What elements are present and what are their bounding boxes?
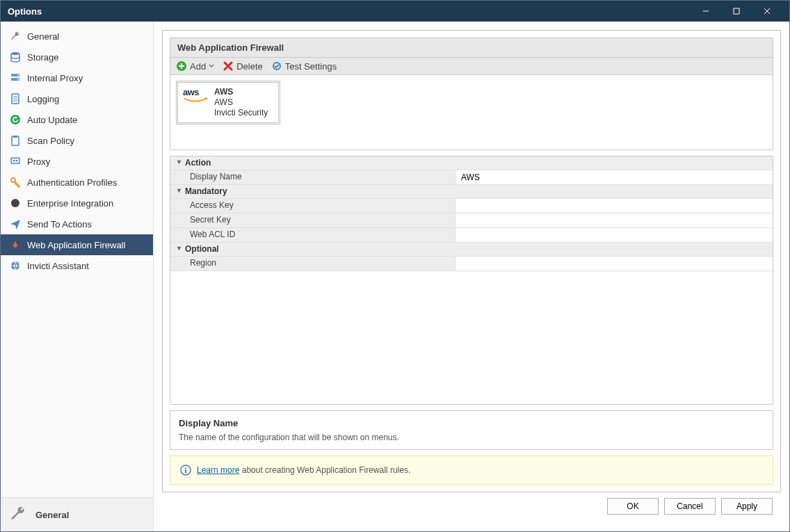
description-title: Display Name: [179, 418, 764, 428]
learn-more-link[interactable]: Learn more: [197, 465, 239, 475]
svg-rect-26: [185, 469, 186, 473]
sidebar-item-assistant[interactable]: Invicti Assistant: [1, 255, 153, 276]
sidebar-item-internal-proxy[interactable]: Internal Proxy: [1, 67, 153, 88]
sidebar-item-label: Invicti Assistant: [27, 261, 89, 271]
property-grid: Action Display Name Mandatory Access Key…: [170, 156, 773, 405]
firewall-icon: [9, 239, 22, 251]
sidebar-item-auto-update[interactable]: Auto Update: [1, 109, 153, 130]
test-settings-button[interactable]: Test Settings: [271, 61, 337, 72]
info-bar: Learn more about creating Web Applicatio…: [170, 456, 773, 485]
ok-button[interactable]: OK: [607, 498, 659, 515]
svg-point-20: [11, 199, 19, 207]
content-area: Web Application Firewall Add Delete: [154, 22, 789, 531]
svg-point-18: [16, 160, 18, 162]
sidebar-item-scan-policy[interactable]: Scan Policy: [1, 130, 153, 151]
clipboard-icon: [9, 134, 22, 147]
sidebar-item-label: Proxy: [27, 156, 50, 167]
document-icon: [9, 92, 22, 105]
sidebar-item-label: Authentication Profiles: [27, 177, 117, 188]
plus-icon: [176, 61, 187, 72]
panel-title: Web Application Firewall: [170, 38, 773, 58]
sidebar-item-proxy[interactable]: Proxy: [1, 151, 153, 172]
sidebar-item-label: Auto Update: [27, 115, 77, 125]
sidebar-item-enterprise[interactable]: Enterprise Integration: [1, 193, 153, 213]
prop-row-display-name: Display Name: [170, 170, 773, 185]
sidebar-item-auth-profiles[interactable]: Authentication Profiles: [1, 172, 153, 193]
sidebar-item-label: Logging: [27, 94, 59, 104]
window-title: Options: [8, 6, 691, 17]
sidebar-item-waf[interactable]: Web Application Firewall: [1, 234, 153, 255]
add-button[interactable]: Add: [176, 61, 214, 72]
sidebar-item-label: Enterprise Integration: [27, 198, 113, 209]
card-type: AWS: [214, 97, 268, 108]
database-icon: [9, 51, 22, 63]
apply-button[interactable]: Apply: [721, 498, 773, 515]
key-icon: [9, 176, 22, 188]
svg-point-25: [185, 467, 186, 469]
profile-list: aws AWS AWS Invicti Security: [170, 75, 773, 150]
sidebar-item-general[interactable]: General: [1, 26, 153, 47]
svg-point-4: [11, 52, 19, 55]
circle-icon: [9, 197, 22, 209]
minimize-button[interactable]: [691, 1, 721, 22]
prop-row-secret-key: Secret Key: [170, 213, 773, 228]
description-text: The name of the configuration that will …: [179, 433, 764, 442]
sidebar-list: General Storage Internal Proxy: [1, 22, 153, 497]
sidebar-item-label: Internal Proxy: [27, 73, 83, 83]
globe-icon: [9, 259, 22, 272]
aws-logo-icon: aws: [182, 87, 209, 102]
display-name-input[interactable]: [460, 172, 768, 183]
wrench-icon: [9, 505, 29, 524]
svg-point-17: [13, 160, 15, 162]
gear-check-icon: [271, 61, 282, 72]
info-icon: [180, 465, 191, 476]
delete-button[interactable]: Delete: [223, 61, 263, 72]
profile-card-aws[interactable]: aws AWS AWS Invicti Security: [176, 81, 280, 124]
server-icon: [9, 72, 22, 84]
svg-rect-1: [734, 8, 739, 14]
refresh-icon: [9, 113, 22, 126]
options-window: Options General: [0, 0, 790, 532]
sidebar-footer-label: General: [35, 510, 69, 520]
dialog-footer: OK Cancel Apply: [162, 492, 781, 523]
prop-group-action[interactable]: Action: [170, 156, 773, 170]
network-icon: [9, 155, 22, 168]
sidebar-footer[interactable]: General: [1, 497, 153, 531]
titlebar: Options: [1, 1, 789, 22]
send-icon: [9, 218, 22, 230]
card-vendor: Invicti Security: [214, 108, 268, 118]
waf-panel: Web Application Firewall Add Delete: [162, 30, 781, 492]
chevron-down-icon: [209, 63, 214, 69]
info-text: about creating Web Application Firewall …: [239, 465, 410, 475]
maximize-button[interactable]: [721, 1, 752, 22]
description-box: Display Name The name of the configurati…: [170, 410, 773, 450]
toolbar: Add Delete Test Settings: [170, 58, 773, 75]
web-acl-input[interactable]: [460, 229, 768, 241]
prop-row-region: Region: [170, 257, 773, 271]
svg-rect-16: [11, 158, 19, 163]
prop-row-access-key: Access Key: [170, 199, 773, 213]
sidebar-item-logging[interactable]: Logging: [1, 88, 153, 109]
region-input[interactable]: [460, 258, 768, 269]
sidebar-item-send-to[interactable]: Send To Actions: [1, 213, 153, 234]
prop-group-mandatory[interactable]: Mandatory: [170, 185, 773, 199]
cancel-button[interactable]: Cancel: [664, 498, 716, 515]
x-icon: [223, 61, 234, 72]
prop-row-web-acl: Web ACL ID: [170, 228, 773, 243]
sidebar: General Storage Internal Proxy: [1, 22, 154, 531]
sidebar-item-label: Scan Policy: [27, 136, 74, 146]
sidebar-item-label: Send To Actions: [27, 219, 92, 229]
sidebar-item-label: Web Application Firewall: [27, 240, 125, 250]
secret-key-input[interactable]: [460, 215, 768, 226]
sidebar-item-storage[interactable]: Storage: [1, 47, 153, 67]
sidebar-item-label: Storage: [27, 52, 59, 63]
wrench-icon: [9, 30, 22, 42]
svg-point-7: [17, 74, 19, 76]
prop-group-optional[interactable]: Optional: [170, 243, 773, 257]
sidebar-item-label: General: [27, 31, 59, 42]
svg-point-8: [17, 79, 19, 80]
access-key-input[interactable]: [460, 200, 768, 211]
close-button[interactable]: [752, 1, 782, 22]
svg-rect-15: [13, 136, 17, 138]
card-title: AWS: [214, 87, 268, 97]
